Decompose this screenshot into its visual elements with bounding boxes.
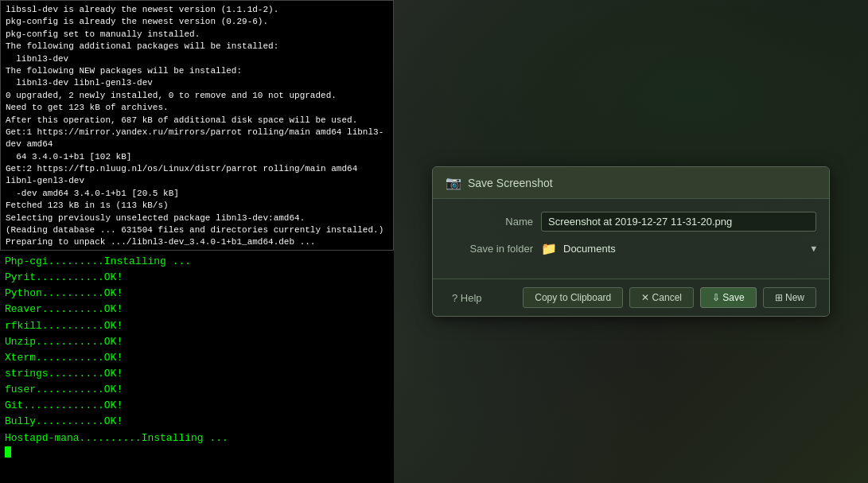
- name-label: Name: [446, 216, 533, 228]
- screenshot-dialog: 📷 Save Screenshot Name Save in folder 📁 …: [432, 166, 830, 317]
- terminal-line: Reaver..........OK!: [5, 302, 389, 317]
- terminal-line: fuser...........OK!: [5, 382, 389, 398]
- dialog-title: Save Screenshot: [468, 177, 553, 189]
- copy-to-clipboard-button[interactable]: Copy to Clipboard: [523, 287, 623, 308]
- terminal-line: pkg-config is already the newest version…: [6, 16, 388, 28]
- right-panel: 📷 Save Screenshot Name Save in folder 📁 …: [394, 0, 868, 483]
- terminal-line: rfkill..........OK!: [5, 318, 389, 334]
- terminal-line: strings.........OK!: [5, 366, 389, 382]
- terminal-line: The following NEW packages will be insta…: [6, 65, 388, 77]
- save-folder-label: Save in folder: [446, 243, 533, 255]
- terminal-line: libnl3-dev libnl-genl3-dev: [6, 77, 388, 89]
- terminal-bottom: Php-cgi.........Installing ... Pyrit....…: [0, 251, 394, 483]
- terminal-line: Pyrit...........OK!: [5, 270, 389, 286]
- terminal-line: Unzip...........OK!: [5, 334, 389, 350]
- terminal-line: pkg-config set to manually installed.: [6, 29, 388, 41]
- terminal-line: Xterm...........OK!: [5, 350, 389, 366]
- cancel-button[interactable]: ✕ Cancel: [629, 287, 694, 308]
- folder-selector[interactable]: 📁 Documents ▼: [541, 241, 816, 256]
- terminal-line: Python..........OK!: [5, 286, 389, 302]
- terminal-line: Get:2 https://ftp.nluug.nl/os/Linux/dist…: [6, 163, 388, 188]
- name-row: Name: [446, 212, 816, 232]
- folder-name: Documents: [563, 243, 616, 255]
- terminal-top-content: libssl-dev is already the newest version…: [1, 1, 393, 250]
- terminal-line: libnl3-dev: [6, 53, 388, 65]
- dialog-header: 📷 Save Screenshot: [433, 167, 829, 199]
- terminal-line: After this operation, 687 kB of addition…: [6, 115, 388, 127]
- terminal-line: Unpacking libnl3-dev:amd64 (3.4.0-1+b1) …: [6, 249, 388, 250]
- terminal-line: The following additional packages will b…: [6, 41, 388, 53]
- terminal-line: 64 3.4.0-1+b1 [102 kB]: [6, 151, 388, 163]
- terminal-line: 0 upgraded, 2 newly installed, 0 to remo…: [6, 90, 388, 102]
- terminal-line: -dev amd64 3.4.0-1+b1 [20.5 kB]: [6, 188, 388, 200]
- save-folder-row: Save in folder 📁 Documents ▼: [446, 241, 816, 256]
- camera-icon: 📷: [446, 175, 461, 190]
- terminal-line: Bully...........OK!: [5, 414, 389, 430]
- terminal-line: Hostapd-mana..........Installing ...: [5, 430, 389, 446]
- terminal-line: (Reading database ... 631504 files and d…: [6, 224, 388, 236]
- cursor-line: [5, 446, 389, 458]
- dialog-body: Name Save in folder 📁 Documents ▼: [433, 199, 829, 279]
- terminal-line: Selecting previously unselected package …: [6, 212, 388, 224]
- terminal-line: Need to get 123 kB of archives.: [6, 102, 388, 114]
- chevron-down-icon: ▼: [811, 243, 816, 254]
- terminal-line: Get:1 https://mirror.yandex.ru/mirrors/p…: [6, 127, 388, 151]
- terminal-line: Git.............OK!: [5, 398, 389, 414]
- name-input[interactable]: [541, 212, 816, 232]
- cursor: [5, 446, 11, 458]
- folder-icon: 📁: [541, 241, 557, 256]
- terminal-top-window: libssl-dev is already the newest version…: [0, 0, 394, 251]
- terminal-line: Fetched 123 kB in 1s (113 kB/s): [6, 200, 388, 212]
- terminal-line: Php-cgi.........Installing ...: [5, 254, 389, 270]
- help-button[interactable]: ? Help: [446, 288, 488, 308]
- new-button[interactable]: ⊞ New: [763, 287, 816, 308]
- save-button[interactable]: ⇩ Save: [700, 287, 757, 308]
- dialog-footer: ? Help Copy to Clipboard ✕ Cancel ⇩ Save…: [433, 279, 829, 316]
- terminal-line: libssl-dev is already the newest version…: [6, 4, 388, 16]
- terminal-line: Preparing to unpack .../libnl3-dev_3.4.0…: [6, 236, 388, 248]
